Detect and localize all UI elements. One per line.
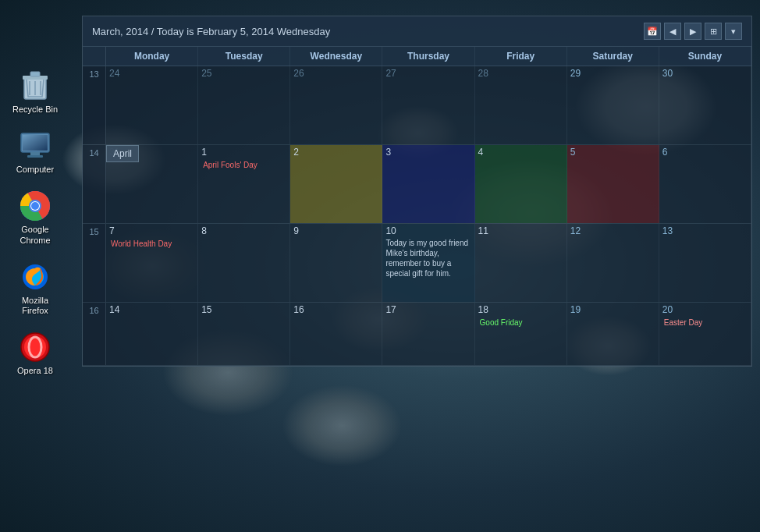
- week-num-13: 13: [83, 66, 106, 144]
- cell-feb25[interactable]: 25: [198, 66, 290, 144]
- calendar-controls: 📅 ◀ ▶ ⊞ ▾: [644, 23, 742, 40]
- cell-apr13[interactable]: 13: [659, 224, 751, 302]
- day-number: 19: [570, 304, 655, 315]
- day-number: 24: [109, 68, 194, 79]
- cell-apr15[interactable]: 15: [198, 303, 290, 365]
- day-header-tuesday: Tuesday: [198, 47, 290, 66]
- desktop-icons-area: Recycle Bin Computer: [0, 62, 70, 384]
- chrome-image: [20, 190, 51, 222]
- mozilla-firefox-icon[interactable]: Mozilla Firefox: [8, 261, 62, 316]
- week-num-header: [83, 47, 106, 66]
- opera-image: [20, 332, 51, 363]
- calendar-header: March, 2014 / Today is February 5, 2014 …: [83, 16, 751, 47]
- svg-rect-9: [30, 152, 40, 155]
- recycle-bin-image: [20, 70, 51, 101]
- prev-icon: ◀: [669, 27, 676, 37]
- day-number: 7: [109, 225, 194, 236]
- cell-feb28[interactable]: 28: [475, 66, 567, 144]
- calendar-body: 13 24 25 26 27 28 29 30: [83, 66, 751, 366]
- day-number: 10: [385, 225, 471, 236]
- calendar-row-15: 15 7 World Health Day 8 9 10 Today is my…: [83, 224, 751, 303]
- week-num-15: 15: [83, 224, 106, 302]
- day-number: 27: [385, 68, 471, 79]
- day-number: 5: [570, 147, 655, 158]
- cell-feb24[interactable]: 24: [106, 66, 198, 144]
- day-number: 8: [201, 225, 286, 236]
- day-number: 13: [662, 225, 748, 236]
- day-header-monday: Monday: [106, 47, 198, 66]
- recycle-bin-icon[interactable]: Recycle Bin: [8, 70, 62, 115]
- day-number: 30: [662, 68, 748, 79]
- day-header-sunday: Sunday: [659, 47, 751, 66]
- day-number: 11: [478, 225, 563, 236]
- cell-apr9[interactable]: 9: [290, 224, 382, 302]
- day-number: 4: [478, 147, 563, 158]
- day-number: 14: [109, 304, 194, 315]
- google-chrome-icon[interactable]: Google Chrome: [8, 190, 62, 245]
- cell-apr11[interactable]: 11: [475, 224, 567, 302]
- cell-apr19[interactable]: 19: [567, 303, 659, 365]
- good-friday-event: Good Friday: [478, 317, 563, 328]
- opera-label: Opera 18: [17, 366, 53, 376]
- day-number: 29: [570, 68, 655, 79]
- day-number: 3: [385, 147, 471, 158]
- cell-feb26[interactable]: 26: [290, 66, 382, 144]
- cell-apr5[interactable]: 5: [567, 145, 659, 223]
- day-number: 16: [293, 304, 378, 315]
- firefox-label: Mozilla Firefox: [8, 296, 62, 316]
- cell-mar1-sat[interactable]: 29: [567, 66, 659, 144]
- cell-apr20[interactable]: 20 Easter Day: [659, 303, 751, 365]
- svg-point-14: [31, 202, 39, 210]
- svg-rect-10: [27, 155, 43, 158]
- cell-apr17[interactable]: 17: [382, 303, 474, 365]
- day-number: 26: [293, 68, 378, 79]
- cell-apr10[interactable]: 10 Today is my good friend Mike's birthd…: [382, 224, 474, 302]
- cell-apr16[interactable]: 16: [290, 303, 382, 365]
- cell-apr2[interactable]: 2: [290, 145, 382, 223]
- firefox-image: [20, 261, 51, 293]
- day-number: 1: [201, 147, 286, 158]
- expand-button[interactable]: ⊞: [705, 23, 722, 40]
- prev-month-button[interactable]: ◀: [664, 23, 681, 40]
- chrome-label: Google Chrome: [8, 225, 62, 245]
- svg-rect-2: [30, 72, 40, 76]
- cell-apr3[interactable]: 3: [382, 145, 474, 223]
- computer-icon[interactable]: Computer: [8, 130, 62, 175]
- cell-apr6[interactable]: 6: [659, 145, 751, 223]
- calendar-widget: March, 2014 / Today is February 5, 2014 …: [82, 16, 752, 367]
- expand-icon: ⊞: [710, 27, 717, 37]
- next-month-button[interactable]: ▶: [684, 23, 701, 40]
- day-number: 12: [570, 225, 655, 236]
- calendar-title: March, 2014 / Today is February 5, 2014 …: [92, 26, 330, 37]
- day-number: 25: [201, 68, 286, 79]
- recycle-bin-label: Recycle Bin: [12, 105, 58, 115]
- more-icon: ▾: [731, 27, 736, 37]
- cell-apr12[interactable]: 12: [567, 224, 659, 302]
- day-number: 2: [293, 147, 378, 158]
- day-header-saturday: Saturday: [567, 47, 659, 66]
- cell-apr14[interactable]: 14: [106, 303, 198, 365]
- calendar-icon: 📅: [647, 27, 658, 37]
- day-number: 18: [478, 304, 563, 315]
- cell-feb27[interactable]: 27: [382, 66, 474, 144]
- computer-label: Computer: [16, 165, 54, 175]
- day-header-thursday: Thursday: [382, 47, 474, 66]
- opera-icon[interactable]: Opera 18: [8, 332, 62, 376]
- mike-birthday-note: Today is my good friend Mike's birthday,…: [385, 238, 471, 278]
- cell-mar31[interactable]: 31 April: [106, 145, 198, 223]
- cell-apr7[interactable]: 7 World Health Day: [106, 224, 198, 302]
- week-num-14: 14: [83, 145, 106, 223]
- day-number: 28: [478, 68, 563, 79]
- more-button[interactable]: ▾: [725, 23, 742, 40]
- day-header-wednesday: Wednesday: [290, 47, 382, 66]
- world-health-day-event: World Health Day: [109, 238, 194, 250]
- day-header-friday: Friday: [475, 47, 567, 66]
- calendar-view-button[interactable]: 📅: [644, 23, 661, 40]
- cell-apr4[interactable]: 4: [475, 145, 567, 223]
- cell-apr18[interactable]: 18 Good Friday: [475, 303, 567, 365]
- day-number: 9: [293, 225, 378, 236]
- cell-mar2-sun[interactable]: 30: [659, 66, 751, 144]
- cell-apr1[interactable]: 1 April Fools' Day: [198, 145, 290, 223]
- cell-apr8[interactable]: 8: [198, 224, 290, 302]
- calendar-row-16: 16 14 15 16 17 18 Good Friday 19 20 E: [83, 303, 751, 366]
